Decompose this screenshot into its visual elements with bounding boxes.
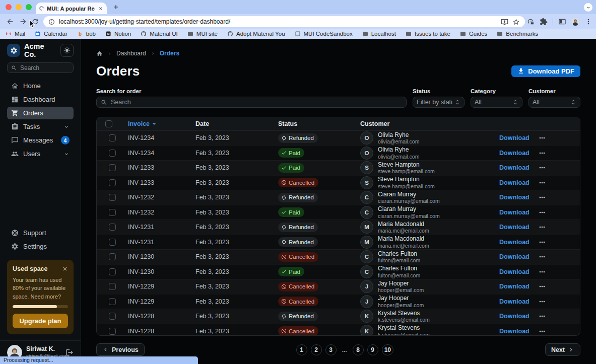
order-search-box[interactable] xyxy=(96,97,407,108)
gauge-lock-icon[interactable] xyxy=(526,18,535,26)
bookmark-item[interactable]: Localhost xyxy=(362,31,396,37)
tab-close-icon[interactable] xyxy=(98,6,103,11)
row-menu-kebab-icon[interactable] xyxy=(538,253,546,261)
sidebar-nav-item[interactable]: Home xyxy=(7,80,74,92)
download-link[interactable]: Download xyxy=(499,253,529,260)
download-link[interactable]: Download xyxy=(499,224,529,231)
column-header-invoice[interactable]: Invoice xyxy=(121,120,188,128)
browser-profile-avatar[interactable] xyxy=(571,18,579,26)
page-number-button[interactable]: 8 xyxy=(353,344,364,355)
sidebar-nav-item[interactable]: Orders xyxy=(7,107,74,119)
bookmark-item[interactable]: Mail xyxy=(6,31,25,37)
row-checkbox[interactable] xyxy=(109,179,116,186)
sidebar-nav-item[interactable]: Support xyxy=(7,227,74,239)
download-link[interactable]: Download xyxy=(499,209,529,216)
row-checkbox[interactable] xyxy=(109,239,116,246)
sidebar-nav-item[interactable]: Messages 4 xyxy=(7,134,74,147)
row-menu-kebab-icon[interactable] xyxy=(538,268,546,276)
row-checkbox[interactable] xyxy=(109,253,116,260)
download-link[interactable]: Download xyxy=(499,194,529,201)
row-checkbox[interactable] xyxy=(109,268,116,275)
filter-select[interactable]: All xyxy=(528,97,580,108)
sidebar-search-input[interactable] xyxy=(20,64,70,71)
install-app-icon[interactable] xyxy=(501,18,508,26)
download-link[interactable]: Download xyxy=(499,179,529,186)
row-menu-kebab-icon[interactable] xyxy=(538,223,546,231)
new-tab-button[interactable] xyxy=(112,4,119,11)
page-number-button[interactable]: 1 xyxy=(296,344,307,355)
close-icon[interactable] xyxy=(62,266,68,272)
sidebar-nav-item[interactable]: Tasks xyxy=(7,120,74,133)
download-link[interactable]: Download xyxy=(499,268,529,275)
browser-menu-kebab-icon[interactable] xyxy=(584,18,592,26)
page-number-button[interactable]: 10 xyxy=(382,344,393,355)
row-menu-kebab-icon[interactable] xyxy=(538,208,546,216)
color-scheme-toggle[interactable] xyxy=(60,44,74,57)
row-checkbox[interactable] xyxy=(109,134,116,141)
row-menu-kebab-icon[interactable] xyxy=(538,327,546,335)
row-menu-kebab-icon[interactable] xyxy=(538,193,546,201)
bookmark-item[interactable]: MUI site xyxy=(187,31,218,37)
bookmark-item[interactable]: Benchmarks xyxy=(497,31,538,37)
select-all-checkbox[interactable] xyxy=(105,120,112,127)
filter-select[interactable]: Filter by status xyxy=(413,97,465,108)
bookmark-item[interactable]: b bob xyxy=(77,31,96,37)
row-checkbox[interactable] xyxy=(109,298,116,305)
upgrade-plan-button[interactable]: Upgrade plan xyxy=(13,314,68,328)
download-link[interactable]: Download xyxy=(499,328,529,335)
browser-tab[interactable]: MUI: A popular React UI fram xyxy=(36,3,107,14)
bookmark-item[interactable]: Calendar xyxy=(35,31,68,37)
row-checkbox[interactable] xyxy=(109,313,116,320)
row-menu-kebab-icon[interactable] xyxy=(538,164,546,172)
row-menu-kebab-icon[interactable] xyxy=(538,134,546,142)
row-checkbox[interactable] xyxy=(109,150,116,157)
bookmark-item[interactable]: N Notion xyxy=(105,31,131,37)
forward-button[interactable] xyxy=(19,18,27,26)
bookmark-item[interactable]: Guides xyxy=(460,31,487,37)
side-panel-icon[interactable] xyxy=(558,18,566,26)
breadcrumb-dashboard[interactable]: Dashboard xyxy=(116,50,146,57)
row-checkbox[interactable] xyxy=(109,209,116,216)
download-link[interactable]: Download xyxy=(499,298,529,305)
zoom-window-button[interactable] xyxy=(26,4,32,10)
page-number-button[interactable]: 9 xyxy=(367,344,378,355)
bookmark-item[interactable]: Issues to take xyxy=(406,31,450,37)
row-checkbox[interactable] xyxy=(109,164,116,171)
row-menu-kebab-icon[interactable] xyxy=(538,312,546,320)
minimize-window-button[interactable] xyxy=(16,4,22,10)
row-menu-kebab-icon[interactable] xyxy=(538,238,546,246)
bookmark-star-icon[interactable] xyxy=(512,18,520,26)
tab-search-button[interactable] xyxy=(584,3,592,12)
download-link[interactable]: Download xyxy=(499,283,529,290)
previous-page-button[interactable]: Previous xyxy=(96,343,145,356)
page-number-button[interactable]: 2 xyxy=(311,344,322,355)
row-menu-kebab-icon[interactable] xyxy=(538,149,546,157)
brand-logo-button[interactable] xyxy=(7,44,20,57)
row-checkbox[interactable] xyxy=(109,283,116,290)
next-page-button[interactable]: Next xyxy=(545,343,580,356)
url-bar[interactable]: localhost:3000/joy-ui/getting-started/te… xyxy=(43,16,525,27)
logout-icon[interactable] xyxy=(65,348,74,356)
extensions-puzzle-icon[interactable] xyxy=(540,18,548,26)
page-number-button[interactable]: ... xyxy=(340,344,349,355)
filter-select[interactable]: All xyxy=(471,97,522,108)
download-pdf-button[interactable]: Download PDF xyxy=(511,65,580,77)
sidebar-nav-item[interactable]: Dashboard xyxy=(7,93,74,106)
download-link[interactable]: Download xyxy=(499,164,529,171)
download-link[interactable]: Download xyxy=(499,239,529,246)
row-menu-kebab-icon[interactable] xyxy=(538,282,546,290)
sidebar-nav-item[interactable]: Settings xyxy=(7,240,74,253)
row-menu-kebab-icon[interactable] xyxy=(538,179,546,187)
download-link[interactable]: Download xyxy=(499,134,529,141)
row-checkbox[interactable] xyxy=(109,328,116,335)
site-info-icon[interactable] xyxy=(48,19,55,25)
bookmark-item[interactable]: Adopt Material You xyxy=(227,31,285,37)
bookmark-item[interactable]: MUI CodeSandbox xyxy=(295,31,353,37)
bookmark-item[interactable]: Material UI xyxy=(141,31,178,37)
row-checkbox[interactable] xyxy=(109,194,116,201)
row-menu-kebab-icon[interactable] xyxy=(538,298,546,306)
home-icon[interactable] xyxy=(96,50,103,57)
back-button[interactable] xyxy=(6,18,14,26)
download-link[interactable]: Download xyxy=(499,150,529,157)
sidebar-nav-item[interactable]: Users xyxy=(7,148,74,160)
